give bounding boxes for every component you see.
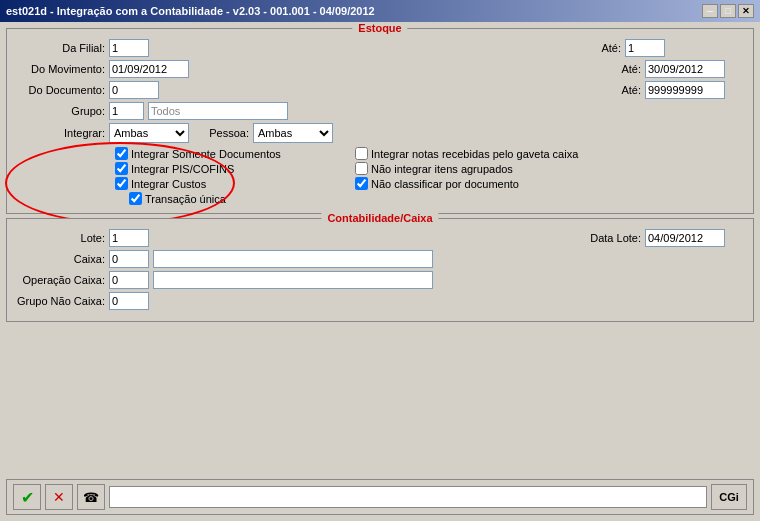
check-agrupados-row: Não integrar itens agrupados xyxy=(355,162,745,175)
da-filial-label: Da Filial: xyxy=(15,42,105,54)
check-col-left: Integrar Somente Documentos Integrar PIS… xyxy=(115,147,335,205)
check-transacao-row: Transação única xyxy=(129,192,335,205)
integrar-select[interactable]: Ambas Entrada Saída xyxy=(109,123,189,143)
grupo-input[interactable] xyxy=(109,102,144,120)
window-controls: ─ □ ✕ xyxy=(702,4,754,18)
check-agrupados[interactable] xyxy=(355,162,368,175)
maximize-button[interactable]: □ xyxy=(720,4,736,18)
grupo-nao-label: Grupo Não Caixa: xyxy=(15,295,105,307)
check-classificar-row: Não classificar por documento xyxy=(355,177,745,190)
check-classificar[interactable] xyxy=(355,177,368,190)
cancel-icon: ✕ xyxy=(53,489,65,505)
grupo-nao-input[interactable] xyxy=(109,292,149,310)
check-gaveta[interactable] xyxy=(355,147,368,160)
grupo-label: Grupo: xyxy=(15,105,105,117)
caixa-text-input[interactable] xyxy=(153,250,433,268)
check-transacao[interactable] xyxy=(129,192,142,205)
check-pis-cofins-label: Integrar PIS/COFINS xyxy=(131,163,234,175)
do-documento-label: Do Documento: xyxy=(15,84,105,96)
checkboxes-area: Integrar Somente Documentos Integrar PIS… xyxy=(115,147,745,205)
grupo-nao-row: Grupo Não Caixa: xyxy=(15,292,745,310)
title-text: est021d - Integração com a Contabilidade… xyxy=(6,5,375,17)
check-custos[interactable] xyxy=(115,177,128,190)
status-input[interactable] xyxy=(109,486,707,508)
check-gaveta-row: Integrar notas recebidas pelo gaveta cai… xyxy=(355,147,745,160)
lote-input[interactable] xyxy=(109,229,149,247)
lote-label: Lote: xyxy=(15,232,105,244)
confirm-button[interactable]: ✔ xyxy=(13,484,41,510)
lote-row: Lote: Data Lote: xyxy=(15,229,745,247)
grupo-row: Grupo: xyxy=(15,102,745,120)
integrar-row: Integrar: Ambas Entrada Saída Pessoa: Am… xyxy=(15,123,745,143)
checkboxes-container: Integrar Somente Documentos Integrar PIS… xyxy=(15,147,745,205)
documento-row: Do Documento: Até: xyxy=(15,81,745,99)
da-filial-input[interactable] xyxy=(109,39,149,57)
check-pis-cofins-row: Integrar PIS/COFINS xyxy=(115,162,335,175)
operacao-label: Operação Caixa: xyxy=(15,274,105,286)
contabilidade-section: Contabilidade/Caixa Lote: Data Lote: Cai… xyxy=(6,218,754,322)
title-bar: est021d - Integração com a Contabilidade… xyxy=(0,0,760,22)
operacao-row: Operação Caixa: xyxy=(15,271,745,289)
estoque-label: Estoque xyxy=(352,22,407,34)
caixa-label: Caixa: xyxy=(15,253,105,265)
check-custos-label: Integrar Custos xyxy=(131,178,206,190)
ate-documento-input[interactable] xyxy=(645,81,725,99)
caixa-input[interactable] xyxy=(109,250,149,268)
data-lote-label: Data Lote: xyxy=(590,232,641,244)
pessoa-label: Pessoa: xyxy=(189,127,249,139)
operacao-text-input[interactable] xyxy=(153,271,433,289)
check-integrar-docs-label: Integrar Somente Documentos xyxy=(131,148,281,160)
ate-documento-label: Até: xyxy=(621,84,641,96)
minimize-button[interactable]: ─ xyxy=(702,4,718,18)
integrar-label: Integrar: xyxy=(15,127,105,139)
cgi-button[interactable]: CGi xyxy=(711,484,747,510)
cgi-label: CGi xyxy=(719,491,739,503)
filial-row: Da Filial: Até: xyxy=(15,39,745,57)
window-body: Estoque Da Filial: Até: Do Movimento: At… xyxy=(0,22,760,521)
bottom-toolbar: ✔ ✕ ☎ CGi xyxy=(6,479,754,515)
do-documento-input[interactable] xyxy=(109,81,159,99)
estoque-section: Estoque Da Filial: Até: Do Movimento: At… xyxy=(6,28,754,214)
phone-button[interactable]: ☎ xyxy=(77,484,105,510)
do-movimento-label: Do Movimento: xyxy=(15,63,105,75)
cancel-button[interactable]: ✕ xyxy=(45,484,73,510)
contabilidade-label: Contabilidade/Caixa xyxy=(321,212,438,224)
ate-movimento-input[interactable] xyxy=(645,60,725,78)
check-transacao-label: Transação única xyxy=(145,193,226,205)
check-classificar-label: Não classificar por documento xyxy=(371,178,519,190)
confirm-icon: ✔ xyxy=(21,488,34,507)
check-integrar-docs-row: Integrar Somente Documentos xyxy=(115,147,335,160)
check-integrar-docs[interactable] xyxy=(115,147,128,160)
pessoa-select[interactable]: Ambas Física Jurídica xyxy=(253,123,333,143)
check-pis-cofins[interactable] xyxy=(115,162,128,175)
ate-filial-input[interactable] xyxy=(625,39,665,57)
close-button[interactable]: ✕ xyxy=(738,4,754,18)
ate-filial-label: Até: xyxy=(601,42,621,54)
do-movimento-input[interactable] xyxy=(109,60,189,78)
check-col-right: Integrar notas recebidas pelo gaveta cai… xyxy=(355,147,745,205)
operacao-input[interactable] xyxy=(109,271,149,289)
movimento-row: Do Movimento: Até: xyxy=(15,60,745,78)
data-lote-input[interactable] xyxy=(645,229,725,247)
check-agrupados-label: Não integrar itens agrupados xyxy=(371,163,513,175)
phone-icon: ☎ xyxy=(83,490,99,505)
grupo-text-input[interactable] xyxy=(148,102,288,120)
caixa-row: Caixa: xyxy=(15,250,745,268)
check-gaveta-label: Integrar notas recebidas pelo gaveta cai… xyxy=(371,148,578,160)
ate-movimento-label: Até: xyxy=(621,63,641,75)
check-custos-row: Integrar Custos xyxy=(115,177,335,190)
